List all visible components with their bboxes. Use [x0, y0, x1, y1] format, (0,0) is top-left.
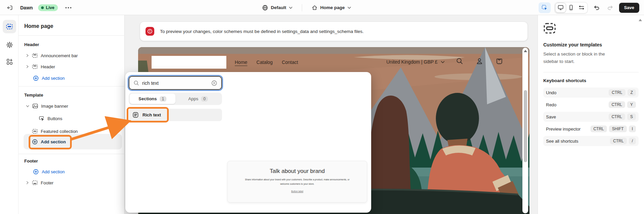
sidebar-item-label: Image banner — [41, 104, 68, 109]
sidebar-item-footer[interactable]: Footer — [26, 178, 54, 187]
mobile-view-button[interactable] — [566, 3, 576, 12]
key-chip: CTRL — [610, 138, 626, 144]
preview-scroll-up-icon[interactable] — [524, 50, 527, 52]
search-value: rich text — [142, 80, 208, 86]
shortcut-row-preview-inspector: Preview inspector CTRL SHIFT I — [543, 124, 639, 134]
store-search-icon[interactable] — [456, 57, 463, 65]
key-chip: CTRL — [590, 126, 607, 132]
chevron-right-icon[interactable] — [26, 181, 29, 184]
panel-scroll-up-icon[interactable] — [639, 19, 642, 21]
preview-inspector-button[interactable] — [539, 2, 551, 13]
key-chip: CTRL — [609, 113, 625, 120]
shortcuts-heading: Keyboard shortcuts — [543, 78, 639, 83]
preview-card-button-label: Button label — [291, 190, 303, 192]
warning-text: To preview your changes, color schemes m… — [160, 29, 364, 34]
sidebar-item-label: Featured collection — [41, 129, 78, 134]
save-button[interactable]: Save — [619, 3, 639, 13]
tab-sections-count: 1 — [160, 96, 167, 102]
circle-plus-icon — [33, 75, 39, 81]
chevron-down-icon — [348, 6, 351, 9]
clear-search-icon[interactable] — [211, 80, 217, 86]
mobile-icon — [568, 4, 574, 11]
add-section-header-button[interactable]: Add section — [33, 73, 65, 83]
header-section-icon — [32, 64, 38, 69]
store-nav-home[interactable]: Home — [235, 60, 247, 65]
annotation-box-rich-text — [127, 107, 169, 122]
shortcut-label: Redo — [546, 102, 556, 107]
key-chip: CTRL — [609, 89, 625, 96]
chevron-down-icon — [441, 61, 445, 64]
store-locale-label: United Kingdom | GBP £ — [386, 59, 438, 65]
shortcut-row-save: Save CTRL S — [543, 112, 639, 122]
circle-plus-icon — [33, 169, 39, 175]
add-section-label: Add section — [42, 169, 65, 174]
store-nav: Home Catalog Contact — [235, 60, 298, 65]
key-chip: I — [629, 126, 636, 132]
device-preview-switcher — [554, 2, 588, 13]
store-nav-contact[interactable]: Contact — [282, 60, 298, 65]
preview-card-body: Share information about your brand with … — [245, 178, 350, 186]
key-chip: S — [627, 113, 636, 120]
redo-icon — [607, 4, 614, 11]
fullwidth-icon — [578, 4, 585, 11]
live-dot-icon — [41, 6, 44, 9]
store-logo-placeholder — [152, 56, 226, 69]
store-locale-selector[interactable]: United Kingdom | GBP £ — [386, 59, 445, 65]
key-chip: CTRL — [609, 101, 625, 108]
preview-card-title: Talk about your brand — [228, 168, 367, 175]
add-section-footer-button[interactable]: Add section — [33, 167, 65, 176]
tab-sections-label: Sections — [138, 96, 157, 101]
announcement-bar-icon — [32, 53, 38, 58]
sidebar-item-label: Buttons — [47, 116, 62, 121]
section-search-input[interactable]: rich text — [129, 76, 222, 90]
chevron-down-icon[interactable] — [26, 105, 29, 108]
tab-apps[interactable]: Apps 0 — [175, 94, 221, 104]
sidebar-item-announcement-bar[interactable]: Announcement bar — [26, 51, 78, 60]
key-chip: / — [629, 138, 636, 144]
theme-style-label: Default — [271, 5, 286, 10]
key-chip: SHIFT — [609, 126, 627, 132]
rail-sections-button[interactable] — [3, 20, 16, 33]
page-selector[interactable]: Home page — [309, 3, 354, 13]
sidebar-block-buttons[interactable]: Buttons — [39, 114, 62, 123]
annotation-box-add-section — [29, 135, 72, 149]
tab-sections[interactable]: Sections 1 — [130, 94, 175, 104]
chevron-right-icon[interactable] — [26, 54, 29, 57]
theme-editor-window: Dawn Live Default Home page — [0, 0, 644, 214]
rail-settings-button[interactable] — [3, 38, 16, 51]
rich-text-section-preview: Talk about your brand Share information … — [227, 161, 367, 203]
live-status-label: Live — [46, 5, 54, 10]
desktop-view-button[interactable] — [555, 3, 566, 12]
rail-apps-button[interactable] — [3, 55, 16, 68]
sidebar-item-header[interactable]: Header — [26, 62, 55, 71]
preview-scrollbar-thumb[interactable] — [524, 90, 527, 162]
alert-icon — [146, 27, 154, 36]
group-heading-header: Header — [24, 42, 39, 47]
sidebar-item-label: Announcement bar — [41, 53, 78, 58]
sidebar-item-label: Footer — [41, 180, 54, 185]
sections-icon — [6, 23, 13, 30]
theme-name: Dawn — [20, 5, 33, 10]
inspector-icon — [541, 4, 548, 11]
store-nav-catalog[interactable]: Catalog — [256, 60, 272, 65]
theme-style-selector[interactable]: Default — [259, 3, 295, 13]
home-icon — [312, 5, 318, 11]
exit-editor-button[interactable] — [5, 3, 15, 13]
sidebar-item-image-banner[interactable]: Image banner — [26, 101, 68, 111]
store-cart-icon[interactable] — [495, 57, 503, 65]
store-account-icon[interactable] — [476, 57, 483, 65]
fullwidth-view-button[interactable] — [576, 3, 587, 12]
undo-icon — [593, 4, 600, 11]
tab-apps-count: 0 — [201, 96, 208, 102]
chevron-right-icon[interactable] — [26, 65, 29, 68]
shortcut-row-see-all[interactable]: See all shortcuts CTRL / — [543, 136, 639, 146]
redo-button[interactable] — [605, 3, 615, 13]
shortcut-label: See all shortcuts — [546, 139, 578, 144]
add-section-popup: rich text Sections 1 Apps 0 Rich text Ta — [125, 72, 371, 213]
more-menu-button[interactable] — [63, 4, 73, 11]
page-selector-label: Home page — [320, 5, 345, 10]
divider — [19, 86, 125, 86]
live-status-badge: Live — [38, 4, 58, 11]
image-banner-icon — [32, 103, 38, 109]
undo-button[interactable] — [591, 3, 602, 13]
